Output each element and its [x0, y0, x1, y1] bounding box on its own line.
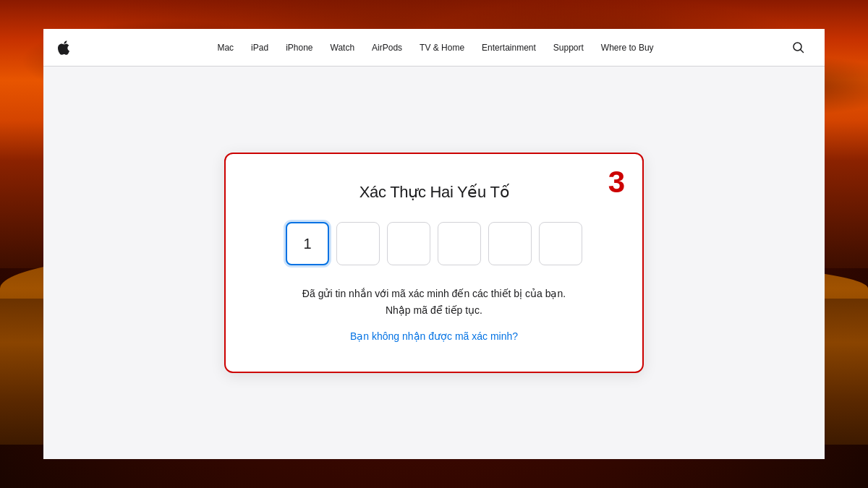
code-input-3[interactable] [387, 222, 430, 265]
navbar: Mac iPad iPhone Watch AirPods TV & Home … [43, 29, 825, 67]
nav-item-entertainment[interactable]: Entertainment [475, 29, 543, 67]
apple-logo-container[interactable] [58, 40, 69, 55]
nav-item-ipad[interactable]: iPad [244, 29, 276, 67]
tfa-title: Xác Thực Hai Yếu Tố [262, 183, 606, 202]
code-input-1[interactable] [286, 222, 329, 265]
main-window: Mac iPad iPhone Watch AirPods TV & Home … [43, 29, 825, 459]
nav-item-airpods[interactable]: AirPods [365, 29, 409, 67]
code-input-2[interactable] [336, 222, 380, 265]
nav-item-tv-home[interactable]: TV & Home [412, 29, 472, 67]
nav-item-support[interactable]: Support [546, 29, 591, 67]
search-button[interactable] [787, 42, 810, 53]
nav-item-where-to-buy[interactable]: Where to Buy [594, 29, 661, 67]
nav-item-mac[interactable]: Mac [210, 29, 241, 67]
code-input-group [262, 222, 606, 265]
svg-line-1 [801, 49, 804, 52]
code-input-5[interactable] [488, 222, 532, 265]
tfa-resend-link[interactable]: Bạn không nhận được mã xác minh? [350, 330, 518, 342]
step-number-badge: 3 [608, 167, 625, 197]
search-icon [793, 42, 804, 53]
page-content: 3 Xác Thực Hai Yếu Tố Đã gửi tin nhắn vớ… [43, 67, 825, 459]
code-input-6[interactable] [539, 222, 582, 265]
nav-item-watch[interactable]: Watch [323, 29, 362, 67]
apple-logo-icon [58, 40, 69, 55]
nav-item-iphone[interactable]: iPhone [278, 29, 320, 67]
code-input-4[interactable] [438, 222, 481, 265]
tfa-message-text: Đã gửi tin nhắn với mã xác minh đến các … [297, 286, 571, 318]
tfa-card: 3 Xác Thực Hai Yếu Tố Đã gửi tin nhắn vớ… [224, 153, 644, 373]
nav-items-list: Mac iPad iPhone Watch AirPods TV & Home … [84, 29, 787, 67]
